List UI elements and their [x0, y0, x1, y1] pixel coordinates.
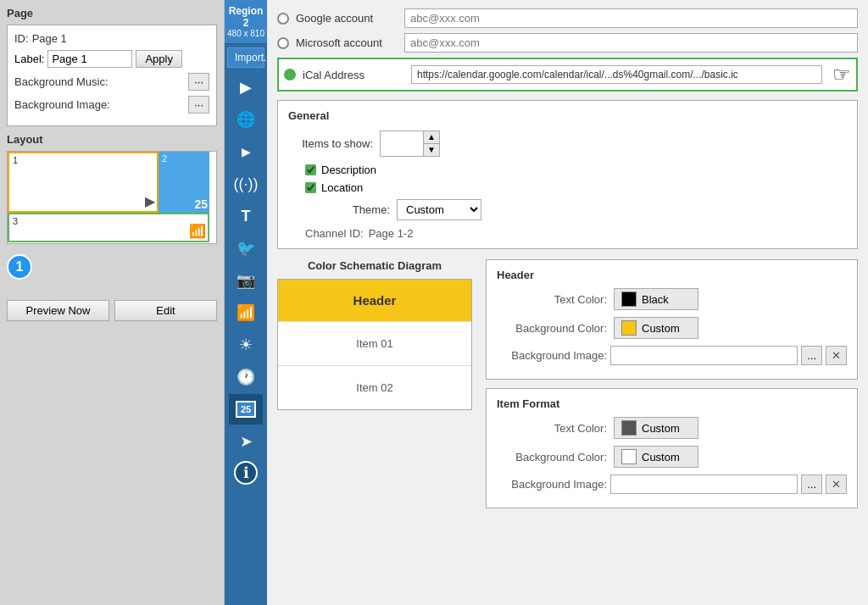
header-bg-color-button[interactable]: Custom [614, 317, 698, 339]
item-bg-color-swatch [621, 449, 637, 464]
sidebar-globe-icon[interactable]: 🌐 [229, 104, 263, 135]
sidebar-rss-icon[interactable]: 📶 [229, 297, 263, 328]
region-subtitle: 480 x 810 [226, 29, 265, 38]
sidebar-youtube-icon[interactable]: ▶ [229, 136, 263, 167]
item-bg-image-clear-button[interactable]: ✕ [826, 475, 847, 494]
close-icon-2: ✕ [832, 478, 841, 491]
bg-music-button[interactable]: ··· [188, 73, 209, 91]
items-spinner[interactable]: 4 ▲ ▼ [380, 130, 440, 157]
item-bg-image-browse-button[interactable]: ... [801, 475, 822, 494]
ical-radio[interactable] [284, 69, 296, 80]
location-checkbox-row: Location [305, 181, 847, 194]
location-checkbox[interactable] [305, 182, 316, 193]
header-bg-image-browse-button[interactable]: ... [801, 346, 822, 365]
schematic-item2: Item 02 [278, 366, 471, 409]
film-icon: ▶ [145, 193, 155, 209]
microsoft-account-label: Microsoft account [296, 36, 398, 49]
header-bg-color-swatch [621, 320, 637, 336]
sidebar-clock-icon[interactable]: 🕐 [229, 362, 263, 392]
color-schematic-title: Color Schematic Diagram [277, 259, 472, 272]
header-color-section: Header Text Color: Black Background Colo… [486, 259, 858, 380]
preview-edit-row: Preview Now Edit [7, 300, 217, 321]
microsoft-account-input[interactable] [404, 33, 858, 53]
sidebar-film-icon[interactable]: ▶ [229, 72, 263, 103]
sidebar-arrow-icon[interactable]: ➤ [229, 426, 263, 457]
bottom-area: Color Schematic Diagram Header Item 01 I… [277, 259, 858, 517]
items-value[interactable]: 4 [381, 131, 423, 156]
sidebar-weather-icon[interactable]: ☀ [229, 330, 263, 360]
sidebar-instagram-icon[interactable]: 📷 [229, 265, 263, 296]
import-button[interactable]: Import... [227, 47, 264, 68]
google-account-label: Google account [296, 12, 398, 25]
channel-id-row: Channel ID: Page 1-2 [305, 227, 847, 240]
google-account-row: Google account [277, 8, 858, 28]
description-checkbox[interactable] [305, 164, 316, 175]
layout-cell-2[interactable]: 2 25 [159, 152, 209, 213]
microsoft-radio[interactable] [277, 37, 289, 49]
header-text-color-row: Text Color: Black [497, 288, 847, 310]
id-label: ID: [14, 32, 29, 45]
header-bg-image-clear-button[interactable]: ✕ [826, 346, 847, 365]
edit-button[interactable]: Edit [114, 300, 217, 321]
google-radio[interactable] [277, 13, 289, 25]
layout-cell-3[interactable]: 3 📶 [8, 213, 209, 242]
description-checkbox-row: Description [305, 164, 847, 176]
spin-down-button[interactable]: ▼ [424, 144, 439, 156]
theme-select[interactable]: Custom Default Dark Light [397, 199, 481, 220]
page-label-input[interactable] [47, 50, 132, 68]
layout-cell-1[interactable]: 1 ▶ [8, 152, 159, 213]
header-bg-color-name: Custom [642, 322, 680, 335]
item-bg-color-button[interactable]: Custom [614, 446, 698, 468]
item-text-color-button[interactable]: Custom [614, 417, 698, 439]
theme-row: Theme: Custom Default Dark Light [288, 199, 847, 220]
ellipsis-icon-2: ... [807, 478, 816, 491]
layout-section: Layout 1 ▶ 2 25 3 📶 1 Preview Now Edit [7, 133, 217, 321]
id-value: Page 1 [32, 32, 67, 45]
close-icon: ✕ [832, 349, 841, 362]
cell2-num: 2 [162, 153, 167, 164]
item-bg-color-name: Custom [642, 451, 680, 463]
bg-music-row: Background Music: ··· [14, 73, 209, 91]
sidebar-info-icon[interactable]: ℹ [234, 461, 258, 485]
sidebar-broadcast-icon[interactable]: ((·)) [229, 169, 263, 199]
channel-id-value: Page 1-2 [369, 227, 414, 240]
google-account-input[interactable] [404, 8, 858, 28]
header-text-color-button[interactable]: Black [614, 288, 698, 310]
item-bg-image-input[interactable] [610, 475, 798, 494]
layout-grid: 1 ▶ 2 25 3 📶 [7, 151, 217, 244]
page-section-title: Page [7, 7, 217, 19]
ellipsis-icon: ... [807, 349, 816, 362]
page-label-row: Label: Apply [14, 50, 209, 68]
ical-input[interactable] [411, 65, 822, 84]
item-bg-color-row: Background Color: Custom [497, 446, 847, 468]
header-text-color-label: Text Color: [497, 293, 607, 306]
header-bg-image-row: Background Image: ... ✕ [497, 346, 847, 365]
general-box: General Items to show: 4 ▲ ▼ Description… [277, 100, 858, 249]
items-to-show-label: Items to show: [288, 137, 373, 150]
header-text-color-swatch [621, 291, 637, 307]
sidebar-calendar-active-icon[interactable]: 25 [229, 394, 263, 425]
apply-button[interactable]: Apply [136, 50, 182, 68]
ical-row: iCal Address ☞ [277, 58, 858, 92]
spin-up-button[interactable]: ▲ [424, 131, 439, 144]
header-bg-color-label: Background Color: [497, 322, 607, 335]
schematic-item1: Item 01 [278, 322, 471, 366]
bg-music-label: Background Music: [14, 75, 108, 88]
page-info-box: ID: Page 1 Label: Apply Background Music… [7, 25, 217, 126]
bg-image-button[interactable]: ··· [188, 96, 209, 114]
region-title: Region 2 [226, 5, 265, 29]
header-bg-image-input[interactable] [610, 346, 798, 365]
rss-icon-cell3: 📶 [189, 223, 206, 239]
description-label: Description [321, 164, 376, 176]
sidebar-text-icon[interactable]: T [229, 201, 263, 231]
sidebar-twitter-icon[interactable]: 🐦 [229, 233, 263, 264]
left-panel: Page ID: Page 1 Label: Apply Background … [0, 0, 225, 605]
theme-label: Theme: [305, 203, 390, 216]
color-schematic: Color Schematic Diagram Header Item 01 I… [277, 259, 472, 517]
header-section-title: Header [497, 269, 847, 281]
item-bg-image-row: Background Image: ... ✕ [497, 475, 847, 494]
schematic-box: Header Item 01 Item 02 [277, 279, 472, 410]
middle-sidebar: Region 2 480 x 810 Import... ▶ 🌐 ▶ ((·))… [225, 0, 267, 605]
preview-now-button[interactable]: Preview Now [7, 300, 109, 321]
item-bg-color-label: Background Color: [497, 451, 607, 463]
